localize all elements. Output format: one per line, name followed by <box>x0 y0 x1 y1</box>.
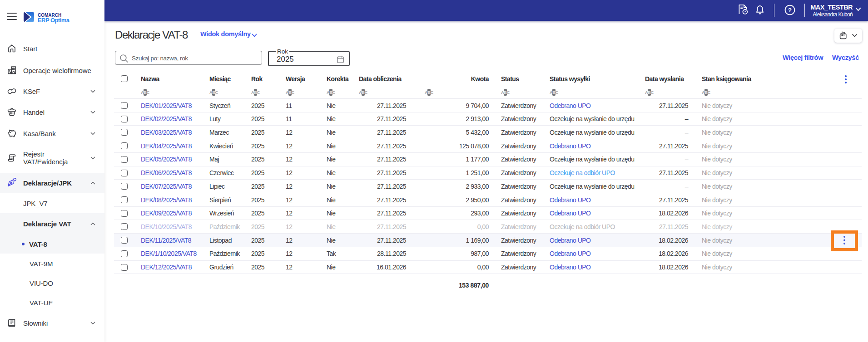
svg-text:?: ? <box>788 7 792 14</box>
